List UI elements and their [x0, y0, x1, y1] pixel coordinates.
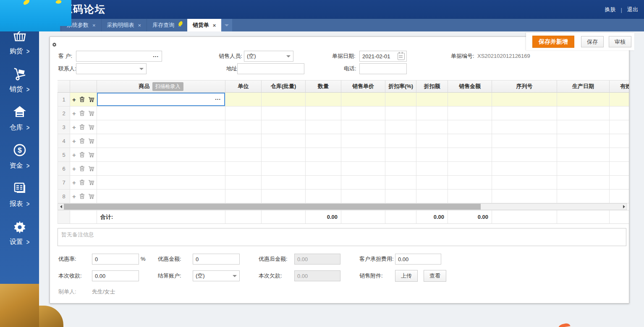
grid-cell[interactable]	[557, 120, 610, 134]
grid-cell[interactable]	[416, 162, 448, 176]
scrollbar-thumb[interactable]	[64, 204, 481, 210]
grid-cell[interactable]	[97, 148, 225, 162]
address-input[interactable]	[237, 63, 304, 74]
grid-cell[interactable]	[225, 93, 262, 106]
discount-amount-input[interactable]	[193, 254, 240, 265]
grid-cell[interactable]	[97, 134, 225, 148]
grid-cell[interactable]	[262, 134, 306, 148]
grid-cell[interactable]	[492, 93, 557, 106]
grid-cell[interactable]	[610, 120, 629, 134]
grid-cell[interactable]	[225, 189, 262, 203]
tab-close-icon[interactable]: ×	[92, 22, 96, 29]
grid-cell[interactable]	[557, 176, 610, 189]
tab-close-icon[interactable]: ×	[138, 22, 141, 29]
sidebar-item-3[interactable]: 仓库>	[0, 99, 39, 138]
grid-cell[interactable]	[448, 148, 492, 162]
cart-icon[interactable]	[88, 180, 94, 185]
delete-row-icon[interactable]	[79, 166, 85, 171]
upload-button[interactable]: 上传	[395, 270, 418, 282]
grid-cell[interactable]	[557, 148, 610, 162]
grid-cell[interactable]	[341, 120, 385, 134]
tab[interactable]: 采购明细表×	[102, 19, 147, 31]
grid-horizontal-scrollbar[interactable]	[58, 203, 627, 210]
sidebar-item-5[interactable]: 报表>	[0, 176, 39, 214]
grid-cell[interactable]	[262, 93, 306, 106]
grid-cell[interactable]	[262, 106, 306, 120]
grid-cell[interactable]	[341, 134, 385, 148]
grid-cell[interactable]	[385, 189, 416, 203]
grid-cell[interactable]	[448, 176, 492, 189]
grid-cell[interactable]	[416, 176, 448, 189]
sidebar-item-6[interactable]: 设置>	[0, 214, 39, 252]
grid-cell[interactable]	[610, 93, 629, 106]
grid-cell[interactable]	[306, 176, 341, 189]
grid-cell[interactable]	[385, 120, 416, 134]
grid-cell[interactable]: ...	[97, 93, 225, 106]
add-row-icon[interactable]: +	[72, 152, 76, 158]
grid-cell[interactable]	[306, 134, 341, 148]
scan-gun-entry-badge[interactable]: 扫描枪录入	[152, 82, 183, 91]
remark-textarea[interactable]	[58, 228, 626, 246]
add-row-icon[interactable]: +	[72, 138, 76, 144]
grid-cell[interactable]	[385, 148, 416, 162]
grid-cell[interactable]	[97, 162, 225, 176]
cart-icon[interactable]	[88, 125, 94, 130]
grid-cell[interactable]	[448, 162, 492, 176]
add-row-icon[interactable]: +	[72, 110, 76, 117]
sidebar-item-4[interactable]: $资金>	[0, 138, 39, 176]
received-input[interactable]	[92, 270, 139, 281]
grid-cell[interactable]	[492, 120, 557, 134]
grid-cell[interactable]	[557, 134, 610, 148]
grid-cell[interactable]	[306, 120, 341, 134]
grid-cell[interactable]	[610, 106, 629, 120]
grid-cell[interactable]	[306, 162, 341, 176]
grid-cell[interactable]	[492, 134, 557, 148]
grid-cell[interactable]	[97, 106, 225, 120]
grid-cell[interactable]	[306, 106, 341, 120]
grid-cell[interactable]	[416, 189, 448, 203]
salesperson-select[interactable]: (空)	[244, 51, 293, 62]
grid-cell[interactable]	[262, 120, 306, 134]
grid-settings-icon[interactable]	[52, 42, 57, 47]
grid-cell[interactable]	[492, 162, 557, 176]
sidebar-item-2[interactable]: 销货>	[0, 61, 39, 99]
grid-cell[interactable]	[225, 162, 262, 176]
grid-cell[interactable]	[557, 189, 610, 203]
grid-cell[interactable]	[306, 93, 341, 106]
cart-icon[interactable]	[88, 111, 94, 116]
cart-icon[interactable]	[88, 194, 94, 199]
grid-cell[interactable]	[416, 93, 448, 106]
grid-cell[interactable]	[610, 162, 629, 176]
tab-list-dropdown[interactable]	[221, 19, 232, 31]
grid-cell[interactable]	[448, 189, 492, 203]
grid-cell[interactable]	[385, 162, 416, 176]
save-and-new-button[interactable]: 保存并新增	[532, 36, 574, 48]
grid-cell[interactable]	[341, 93, 385, 106]
grid-cell[interactable]	[416, 134, 448, 148]
grid-cell[interactable]	[306, 189, 341, 203]
grid-cell[interactable]	[225, 134, 262, 148]
grid-cell[interactable]	[492, 176, 557, 189]
grid-cell[interactable]	[557, 162, 610, 176]
delete-row-icon[interactable]	[79, 179, 85, 185]
grid-cell[interactable]	[262, 176, 306, 189]
add-row-icon[interactable]: +	[72, 193, 76, 200]
phone-input[interactable]	[359, 63, 407, 74]
grid-cell[interactable]	[416, 106, 448, 120]
grid-cell[interactable]	[610, 134, 629, 148]
cart-icon[interactable]	[88, 152, 94, 158]
grid-cell[interactable]	[306, 148, 341, 162]
grid-cell[interactable]	[448, 134, 492, 148]
product-input[interactable]: ...	[97, 93, 225, 106]
grid-cell[interactable]	[341, 162, 385, 176]
add-row-icon[interactable]: +	[72, 124, 76, 130]
grid-cell[interactable]	[557, 93, 610, 106]
grid-cell[interactable]	[385, 106, 416, 120]
product-picker-icon[interactable]: ...	[215, 93, 221, 104]
tab[interactable]: 销货单×	[187, 19, 222, 31]
grid-cell[interactable]	[610, 189, 629, 203]
grid-cell[interactable]	[385, 134, 416, 148]
grid-cell[interactable]	[557, 106, 610, 120]
grid-cell[interactable]	[416, 148, 448, 162]
add-row-icon[interactable]: +	[72, 96, 76, 103]
